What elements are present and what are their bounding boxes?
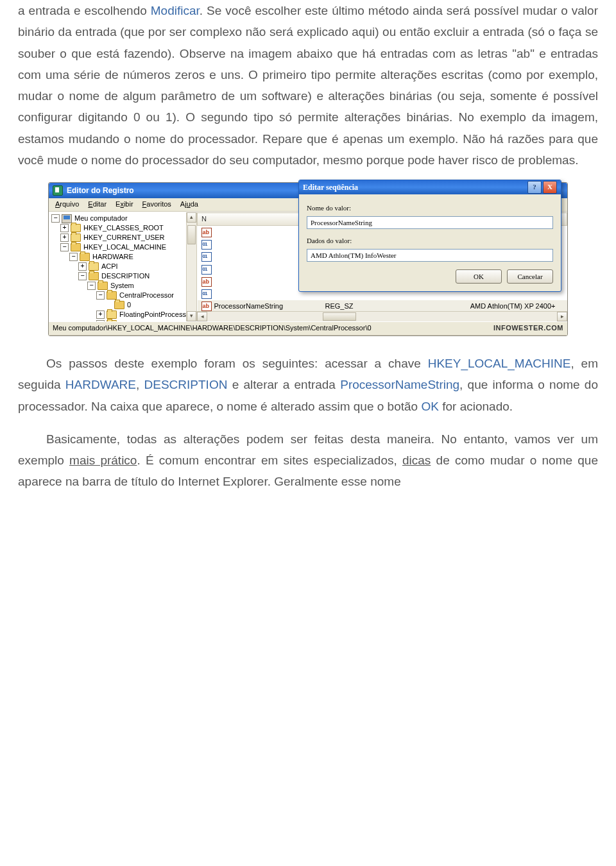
text: e alterar a entrada: [227, 378, 340, 391]
value-data-field[interactable]: [307, 249, 553, 262]
scroll-thumb[interactable]: [187, 225, 196, 244]
text: . É comum encontrar em sites especializa…: [137, 454, 402, 467]
tree-key[interactable]: +HKEY_CURRENT_USER: [51, 233, 195, 242]
folder-icon: [98, 282, 108, 290]
folder-icon: [71, 233, 81, 242]
edit-string-dialog: Editar seqüência ? X Nome do valor: Dado…: [298, 180, 561, 292]
binary-icon: [201, 252, 212, 262]
text: ,: [136, 378, 144, 391]
folder-icon: [114, 301, 124, 309]
tree-key[interactable]: +ACPI: [51, 262, 195, 271]
highlight-ok: OK: [421, 400, 438, 413]
text: . Se você escolher este último método ai…: [18, 4, 598, 167]
binary-icon: [201, 240, 212, 250]
binary-icon: [201, 265, 212, 275]
tree-scrollbar[interactable]: ▴ ▾: [186, 212, 196, 321]
folder-icon: [107, 291, 117, 300]
app-icon: [53, 185, 63, 196]
link-mais-pratico[interactable]: mais prático: [69, 454, 137, 467]
brand-watermark: INFOWESTER.COM: [493, 322, 563, 334]
paragraph-1: a entrada e escolhendo Modificar. Se voc…: [18, 0, 598, 171]
registry-editor-figure: Editor do Registro AArquivorquivo Editar…: [48, 182, 568, 336]
binary-icon: [201, 289, 212, 299]
computer-icon: [62, 214, 72, 223]
scroll-up-icon[interactable]: ▴: [187, 212, 196, 223]
values-hscroll[interactable]: ◂ ▸: [197, 311, 567, 321]
scroll-down-icon[interactable]: ▾: [187, 311, 196, 321]
tree-key[interactable]: 0: [51, 300, 195, 310]
cancel-button[interactable]: Cancelar: [507, 269, 553, 284]
paragraph-2: Os passos deste exemplo foram os seguint…: [18, 353, 598, 417]
scroll-left-icon[interactable]: ◂: [197, 312, 207, 321]
highlight-hklm: HKEY_LOCAL_MACHINE: [428, 357, 571, 370]
menu-arquivo[interactable]: AArquivorquivo: [53, 198, 81, 211]
menu-editar[interactable]: Editar: [85, 198, 109, 211]
folder-icon: [71, 243, 81, 251]
folder-icon: [107, 310, 117, 319]
folder-icon: [80, 253, 90, 261]
tree-key[interactable]: −CentralProcessor: [51, 291, 195, 300]
tree-key[interactable]: +FloatingPointProcessor: [51, 310, 195, 319]
highlight-modificar: Modificar: [151, 4, 200, 17]
folder-icon: [89, 272, 99, 280]
dialog-body: Nome do valor: Dados do valor: OK Cancel…: [299, 194, 561, 291]
scroll-thumb[interactable]: [323, 312, 356, 321]
scroll-right-icon[interactable]: ▸: [557, 312, 567, 321]
text: Os passos deste exemplo foram os seguint…: [46, 357, 428, 370]
ok-button[interactable]: OK: [456, 269, 502, 284]
text: a entrada e escolhendo: [18, 4, 151, 17]
highlight-hardware: HARDWARE: [65, 378, 136, 391]
window-title: Editor do Registro: [67, 184, 134, 198]
status-path: Meu computador\HKEY_LOCAL_MACHINE\HARDWA…: [53, 322, 372, 334]
folder-icon: [89, 262, 99, 271]
string-icon: [201, 228, 212, 237]
paragraph-3: Basicamente, todas as alterações podem s…: [18, 429, 598, 493]
help-button[interactable]: ?: [527, 181, 542, 194]
tree-root[interactable]: −Meu computador: [51, 214, 195, 223]
highlight-processornamestring: ProcessorNameString: [340, 378, 459, 391]
menu-ajuda[interactable]: Ajuda: [178, 198, 201, 211]
string-icon: [201, 301, 212, 311]
string-icon: [201, 277, 212, 287]
label-dados: Dados do valor:: [307, 235, 553, 247]
menu-exibir[interactable]: Exibir: [113, 198, 136, 211]
tree-key[interactable]: +MultifunctionAdapter: [51, 319, 195, 321]
dialog-title: Editar seqüência: [303, 181, 527, 194]
folder-icon: [71, 224, 81, 232]
menu-favoritos[interactable]: Favoritos: [140, 198, 174, 211]
tree-key[interactable]: −HARDWARE: [51, 252, 195, 262]
registry-tree: −Meu computador +HKEY_CLASSES_ROOT +HKEY…: [49, 212, 196, 321]
tree-key[interactable]: −DESCRIPTION: [51, 271, 195, 281]
text: for acionado.: [439, 400, 513, 413]
value-name-field[interactable]: [307, 216, 553, 229]
tree-key[interactable]: −HKEY_LOCAL_MACHINE: [51, 242, 195, 252]
tree-pane[interactable]: −Meu computador +HKEY_CLASSES_ROOT +HKEY…: [49, 212, 197, 321]
close-button[interactable]: X: [543, 181, 557, 194]
folder-icon: [107, 320, 117, 321]
label-nome: Nome do valor:: [307, 202, 553, 214]
tree-key[interactable]: +HKEY_CLASSES_ROOT: [51, 223, 195, 233]
highlight-description: DESCRIPTION: [144, 378, 228, 391]
statusbar: Meu computador\HKEY_LOCAL_MACHINE\HARDWA…: [49, 321, 567, 335]
dialog-titlebar: Editar seqüência ? X: [299, 180, 561, 194]
tree-key[interactable]: −System: [51, 281, 195, 291]
link-dicas[interactable]: dicas: [402, 454, 431, 467]
